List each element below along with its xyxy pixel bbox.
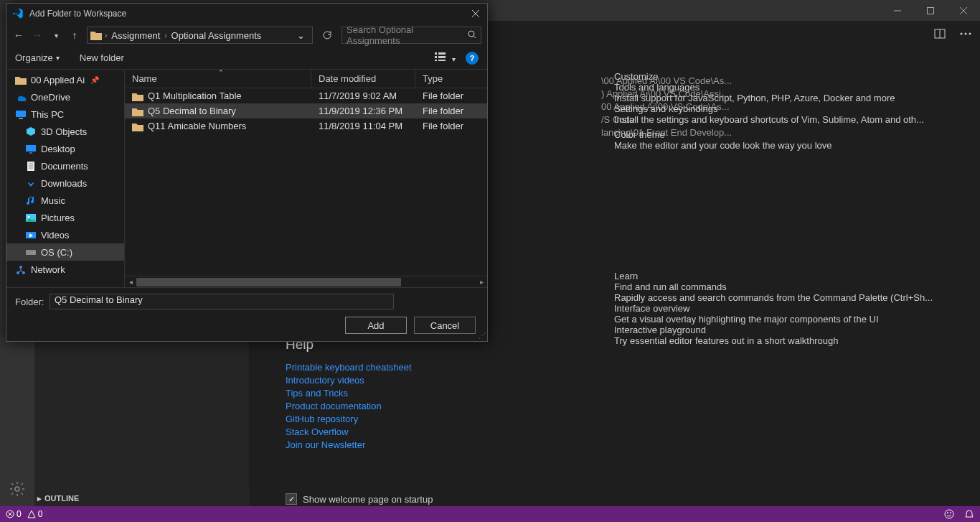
maximize-button[interactable] <box>914 0 947 21</box>
svg-rect-0 <box>928 7 934 14</box>
up-arrow-icon[interactable]: ↑ <box>68 29 81 41</box>
new-folder-button[interactable]: New folder <box>80 52 124 63</box>
folder-label: Folder: <box>15 297 44 307</box>
tree-item-label: Music <box>41 195 65 206</box>
svg-point-23 <box>28 216 30 218</box>
resize-grip-icon[interactable]: ⋰ <box>479 332 486 340</box>
scroll-track[interactable] <box>136 278 476 286</box>
network-icon <box>15 264 27 275</box>
path-dropdown-icon[interactable]: ⌄ <box>293 30 309 41</box>
more-actions-icon[interactable] <box>957 25 974 42</box>
card-color-theme[interactable]: Color theme Make the editor and your cod… <box>614 125 944 155</box>
file-name: Q5 Decimal to Binary <box>148 106 236 116</box>
cancel-button[interactable]: Cancel <box>414 317 476 334</box>
status-warnings[interactable]: 0 <box>27 509 43 519</box>
card-title: Find and run all commands <box>614 281 944 292</box>
help-link[interactable]: Printable keyboard cheatsheet <box>286 361 616 374</box>
dialog-close-button[interactable] <box>470 8 481 19</box>
tree-item-network[interactable]: Network <box>6 261 124 278</box>
pin-icon: 📌 <box>90 76 99 84</box>
help-link[interactable]: Product documentation <box>286 400 616 413</box>
help-link[interactable]: Tips and Tricks <box>286 387 616 400</box>
tree-item-documents[interactable]: Documents <box>6 157 124 174</box>
statusbar: 0 0 <box>0 506 980 522</box>
help-link[interactable]: Join our Newsletter <box>286 439 616 452</box>
file-type: File folder <box>415 106 487 116</box>
card-interactive-playground[interactable]: Interactive playground Try essential edi… <box>614 325 944 346</box>
tree-item-label: OS (C:) <box>41 247 72 258</box>
view-options-icon[interactable]: ▾ <box>435 52 456 64</box>
tree-item-music[interactable]: Music <box>6 192 124 209</box>
tree-item-pictures[interactable]: Pictures <box>6 209 124 226</box>
tree-item-this-pc[interactable]: This PC <box>6 106 124 123</box>
split-editor-icon[interactable] <box>931 25 948 42</box>
tree-item-label: OneDrive <box>31 92 70 103</box>
tree-item-3d-objects[interactable]: 3D Objects <box>6 123 124 140</box>
card-settings-keybindings[interactable]: Settings and keybindings Install the set… <box>614 103 944 125</box>
file-type: File folder <box>415 121 487 131</box>
checkbox-checked-icon[interactable]: ✓ <box>286 493 297 505</box>
outline-label: OUTLINE <box>44 494 79 503</box>
back-arrow-icon[interactable]: ← <box>12 29 25 41</box>
videos-icon <box>25 229 37 241</box>
scroll-right-icon[interactable]: ▸ <box>476 278 487 286</box>
tree-item-os-c-[interactable]: OS (C:) <box>6 243 124 261</box>
svg-rect-15 <box>438 56 446 58</box>
tree-item-label: Documents <box>41 161 88 172</box>
card-title: Color theme <box>614 129 944 140</box>
minimize-button[interactable] <box>881 0 914 21</box>
outline-section-header[interactable]: ▸ OUTLINE <box>34 490 250 506</box>
settings-gear-icon[interactable] <box>0 472 34 506</box>
dialog-titlebar: Add Folder to Workspace <box>6 4 487 24</box>
file-rows: Q1 Multiplication Table11/7/2019 9:02 AM… <box>125 88 487 276</box>
dialog-title: Add Folder to Workspace <box>29 9 126 19</box>
file-row[interactable]: Q11 Amicable Numbers11/8/2019 11:04 PMFi… <box>125 118 487 134</box>
tree-item-00-applied-ai[interactable]: 00 Applied Ai📌 <box>6 71 124 88</box>
close-button[interactable] <box>947 0 980 21</box>
chevron-right-icon: › <box>105 32 107 39</box>
search-box[interactable]: Search Optional Assignments <box>341 27 481 44</box>
folder-icon <box>15 74 27 85</box>
recent-dropdown-icon[interactable]: ▾ <box>50 32 62 39</box>
breadcrumb[interactable]: Optional Assignments <box>170 30 263 41</box>
vscode-logo-icon <box>12 8 24 19</box>
scroll-thumb[interactable] <box>136 278 401 286</box>
notifications-icon[interactable] <box>964 509 974 519</box>
card-tools-languages[interactable]: Tools and languages Install support for … <box>614 82 944 103</box>
refresh-icon[interactable] <box>319 27 336 44</box>
startup-label: Show welcome page on startup <box>303 494 433 505</box>
horizontal-scrollbar[interactable]: ◂ ▸ <box>125 276 487 287</box>
help-icon[interactable]: ? <box>466 52 479 65</box>
file-row[interactable]: Q1 Multiplication Table11/7/2019 9:02 AM… <box>125 88 487 103</box>
column-name[interactable]: Name⌃ <box>125 70 311 88</box>
tree-item-videos[interactable]: Videos <box>6 226 124 243</box>
editor-actions <box>931 21 980 46</box>
scroll-left-icon[interactable]: ◂ <box>125 278 136 286</box>
feedback-icon[interactable] <box>944 509 954 519</box>
column-headers: Name⌃ Date modified Type <box>125 70 487 88</box>
folder-input-row: Folder: Q5 Decimal to Binary <box>15 294 479 309</box>
search-placeholder: Search Optional Assignments <box>347 24 468 46</box>
folder-input[interactable]: Q5 Decimal to Binary <box>50 294 394 309</box>
address-bar[interactable]: › Assignment › Optional Assignments ⌄ <box>87 27 313 44</box>
help-link[interactable]: GitHub repository <box>286 413 616 426</box>
help-link[interactable]: Stack Overflow <box>286 426 616 439</box>
file-row[interactable]: Q5 Decimal to Binary11/9/2019 12:36 PMFi… <box>125 103 487 118</box>
breadcrumb[interactable]: Assignment <box>110 30 161 41</box>
show-welcome-startup[interactable]: ✓ Show welcome page on startup <box>286 493 616 505</box>
help-link[interactable]: Introductory videos <box>286 374 616 387</box>
tree-item-onedrive[interactable]: OneDrive <box>6 88 124 106</box>
add-button[interactable]: Add <box>345 317 407 334</box>
chevron-down-icon: ▾ <box>56 54 60 62</box>
card-title: Tools and languages <box>614 82 944 93</box>
forward-arrow-icon[interactable]: → <box>31 29 44 41</box>
column-date[interactable]: Date modified <box>311 70 415 88</box>
card-interface-overview[interactable]: Interface overview Get a visual overlay … <box>614 303 944 325</box>
card-find-run-commands[interactable]: Find and run all commands Rapidly access… <box>614 281 944 303</box>
organize-button[interactable]: Organize▾ <box>15 52 60 63</box>
tree-item-downloads[interactable]: Downloads <box>6 174 124 192</box>
tree-item-desktop[interactable]: Desktop <box>6 140 124 157</box>
status-errors[interactable]: 0 <box>6 509 22 519</box>
column-type[interactable]: Type <box>415 70 487 88</box>
search-icon <box>468 30 476 41</box>
